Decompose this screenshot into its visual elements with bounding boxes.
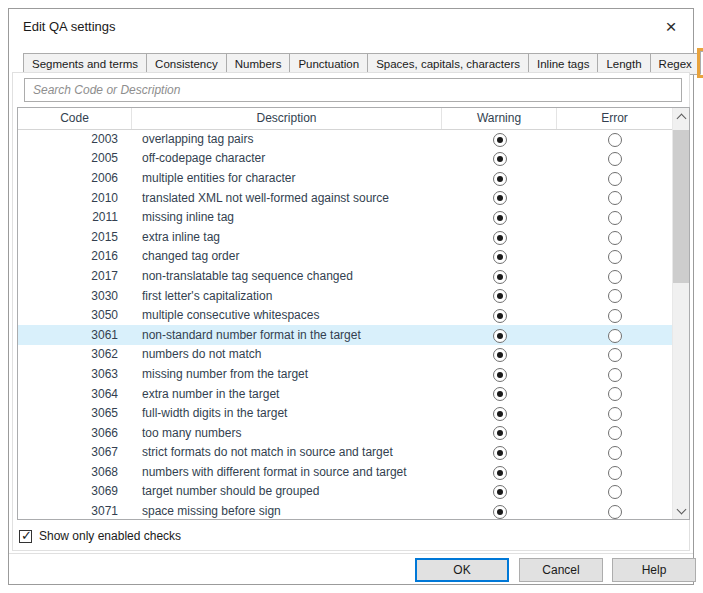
table-row[interactable]: 3061 non-standard number format in the t…: [18, 325, 672, 345]
warning-radio-cell: [442, 149, 557, 167]
cancel-button[interactable]: Cancel: [519, 558, 603, 582]
warning-radio[interactable]: [493, 466, 507, 480]
search-input[interactable]: [24, 78, 682, 102]
warning-radio[interactable]: [493, 426, 507, 440]
table-row[interactable]: 3071 space missing before sign: [18, 501, 672, 519]
error-radio[interactable]: [608, 485, 622, 499]
warning-radio-cell: [442, 385, 557, 403]
warning-radio[interactable]: [493, 172, 507, 186]
row-code: 3068: [18, 465, 132, 479]
warning-radio[interactable]: [493, 191, 507, 205]
warning-radio[interactable]: [493, 446, 507, 460]
table-row[interactable]: 3050 multiple consecutive whitespaces: [18, 305, 672, 325]
close-icon[interactable]: ×: [659, 15, 683, 39]
table-row[interactable]: 2015 extra inline tag: [18, 227, 672, 247]
error-radio[interactable]: [608, 270, 622, 284]
column-header-error[interactable]: Error: [557, 108, 672, 129]
table-row[interactable]: 2010 translated XML not well-formed agai…: [18, 188, 672, 208]
error-radio-cell: [557, 267, 672, 285]
error-radio[interactable]: [608, 387, 622, 401]
warning-radio[interactable]: [493, 289, 507, 303]
error-radio[interactable]: [608, 133, 622, 147]
warning-radio[interactable]: [493, 231, 507, 245]
warning-radio[interactable]: [493, 407, 507, 421]
column-header-warning[interactable]: Warning: [442, 108, 557, 129]
show-enabled-checkbox[interactable]: ✓: [19, 530, 32, 543]
error-radio[interactable]: [608, 446, 622, 460]
column-header-description[interactable]: Description: [132, 108, 442, 129]
scroll-down-button[interactable]: [673, 502, 689, 519]
error-radio[interactable]: [608, 426, 622, 440]
warning-radio[interactable]: [493, 211, 507, 225]
warning-radio[interactable]: [493, 152, 507, 166]
table-row[interactable]: 3068 numbers with different format in so…: [18, 462, 672, 482]
error-radio[interactable]: [608, 329, 622, 343]
help-button[interactable]: Help: [612, 558, 696, 582]
title-bar: Edit QA settings ×: [9, 9, 693, 45]
warning-radio[interactable]: [493, 485, 507, 499]
scroll-up-button[interactable]: [673, 108, 689, 125]
warning-radio-cell: [442, 502, 557, 519]
dialog-title: Edit QA settings: [23, 19, 116, 34]
error-radio[interactable]: [608, 466, 622, 480]
row-description: numbers with different format in source …: [132, 465, 442, 479]
warning-radio[interactable]: [493, 368, 507, 382]
warning-radio[interactable]: [493, 329, 507, 343]
table-row[interactable]: 3069 target number should be grouped: [18, 482, 672, 502]
row-description: strict formats do not match in source an…: [132, 445, 442, 459]
error-radio[interactable]: [608, 250, 622, 264]
show-enabled-label: Show only enabled checks: [39, 529, 181, 543]
warning-radio-cell: [442, 228, 557, 246]
table-row[interactable]: 2016 changed tag order: [18, 247, 672, 267]
table-row[interactable]: 2005 off-codepage character: [18, 149, 672, 169]
row-description: extra number in the target: [132, 387, 442, 401]
table-row[interactable]: 2006 multiple entities for character: [18, 168, 672, 188]
table-row[interactable]: 3030 first letter's capitalization: [18, 286, 672, 306]
error-radio[interactable]: [608, 368, 622, 382]
table-row[interactable]: 3066 too many numbers: [18, 423, 672, 443]
warning-radio-cell: [442, 130, 557, 148]
warning-radio[interactable]: [493, 250, 507, 264]
table-row[interactable]: 2017 non-translatable tag sequence chang…: [18, 266, 672, 286]
table-row[interactable]: 3064 extra number in the target: [18, 384, 672, 404]
error-radio[interactable]: [608, 191, 622, 205]
row-code: 3066: [18, 426, 132, 440]
ok-button[interactable]: OK: [415, 558, 509, 582]
table-row[interactable]: 3063 missing number from the target: [18, 364, 672, 384]
edit-qa-settings-dialog: Edit QA settings × Segments and termsCon…: [8, 8, 694, 585]
warning-radio[interactable]: [493, 348, 507, 362]
button-row: OK Cancel Help: [9, 554, 693, 584]
row-code: 2003: [18, 132, 132, 146]
vertical-scrollbar[interactable]: [672, 108, 689, 519]
error-radio[interactable]: [608, 289, 622, 303]
table-row[interactable]: 3065 full-width digits in the target: [18, 403, 672, 423]
scrollbar-thumb[interactable]: [673, 130, 689, 283]
warning-radio[interactable]: [493, 270, 507, 284]
row-description: target number should be grouped: [132, 484, 442, 498]
error-radio[interactable]: [608, 348, 622, 362]
column-header-code[interactable]: Code: [18, 108, 132, 129]
table-row[interactable]: 2003 overlapping tag pairs: [18, 129, 672, 149]
warning-radio-cell: [442, 404, 557, 422]
table-row[interactable]: 3062 numbers do not match: [18, 345, 672, 365]
row-code: 2017: [18, 269, 132, 283]
error-radio-cell: [557, 247, 672, 265]
error-radio-cell: [557, 326, 672, 344]
error-radio[interactable]: [608, 211, 622, 225]
error-radio-cell: [557, 443, 672, 461]
error-radio[interactable]: [608, 152, 622, 166]
warning-radio[interactable]: [493, 309, 507, 323]
table-row[interactable]: 3067 strict formats do not match in sour…: [18, 443, 672, 463]
row-description: too many numbers: [132, 426, 442, 440]
error-radio[interactable]: [608, 505, 622, 519]
error-radio[interactable]: [608, 172, 622, 186]
warning-radio[interactable]: [493, 133, 507, 147]
table-row[interactable]: 2011 missing inline tag: [18, 207, 672, 227]
error-radio[interactable]: [608, 231, 622, 245]
error-radio[interactable]: [608, 309, 622, 323]
warning-radio[interactable]: [493, 387, 507, 401]
error-radio-cell: [557, 385, 672, 403]
warning-radio[interactable]: [493, 505, 507, 519]
error-radio[interactable]: [608, 407, 622, 421]
table-body: 2003 overlapping tag pairs 2005 off-code…: [18, 129, 672, 519]
